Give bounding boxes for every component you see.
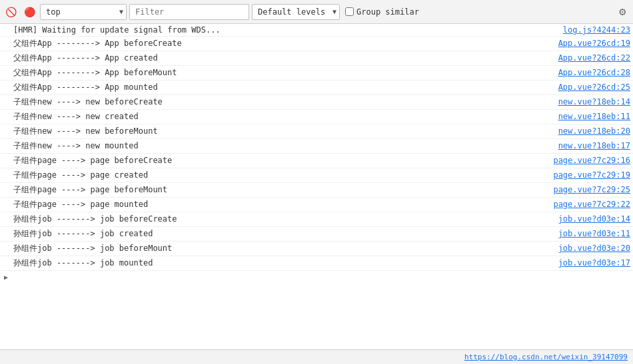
console-toolbar: 🚫 🔴 top ▼ Default levels ▼ Group similar… [0,0,633,24]
log-message: [HMR] Waiting for update signal from WDS… [13,25,558,35]
log-source[interactable]: page.vue?7c29:16 [553,156,630,165]
log-row: 子组件page ----> page beforeMountpage.vue?7… [0,183,633,198]
log-row: 父组件App --------> App beforeMountApp.vue?… [0,66,633,81]
levels-select[interactable]: Default levels [252,4,340,20]
clear-console-button[interactable]: 🚫 [3,4,19,20]
log-message: 父组件App --------> App beforeMount [13,67,553,79]
log-message: 孙组件job -------> job created [13,228,553,240]
log-row: 孙组件job -------> job beforeCreatejob.vue?… [0,212,633,227]
log-source[interactable]: new.vue?18eb:17 [558,141,630,150]
log-row: 孙组件job -------> job mountedjob.vue?d03e:… [0,256,633,271]
log-message: 孙组件job -------> job mounted [13,258,553,269]
filter-input[interactable] [129,4,249,20]
log-message: 子组件new ----> new created [13,111,553,122]
group-similar-label[interactable]: Group similar [345,7,419,17]
log-message: 子组件page ----> page beforeCreate [13,155,548,166]
console-output-area[interactable]: [HMR] Waiting for update signal from WDS… [0,24,633,349]
log-message: 子组件page ----> page beforeMount [13,184,548,196]
context-select[interactable]: top [40,4,127,20]
log-source[interactable]: page.vue?7c29:19 [553,170,630,180]
context-selector-wrapper: top ▼ [40,4,127,20]
log-source[interactable]: job.vue?d03e:20 [558,244,630,253]
log-source[interactable]: App.vue?26cd:25 [558,83,630,92]
log-message: 孙组件job -------> job beforeMount [13,243,553,254]
log-row: 父组件App --------> App createdApp.vue?26cd… [0,51,633,66]
log-row: 子组件page ----> page mountedpage.vue?7c29:… [0,198,633,212]
log-message: 子组件page ----> page created [13,170,548,181]
expand-icon: ▶ [4,273,8,281]
log-row: 子组件page ----> page createdpage.vue?7c29:… [0,168,633,183]
log-source[interactable]: job.vue?d03e:17 [558,258,630,268]
log-row: 父组件App --------> App beforeCreateApp.vue… [0,37,633,51]
log-source[interactable]: App.vue?26cd:22 [558,53,630,63]
log-source[interactable]: new.vue?18eb:14 [558,97,630,106]
log-source[interactable]: job.vue?d03e:14 [558,214,630,224]
settings-button[interactable]: ⚙ [614,4,630,20]
log-source[interactable]: new.vue?18eb:11 [558,112,630,121]
log-row: 子组件new ----> new beforeMountnew.vue?18eb… [0,124,633,139]
log-message: 子组件new ----> new mounted [13,140,553,152]
log-row: 孙组件job -------> job createdjob.vue?d03e:… [0,227,633,242]
log-source[interactable]: job.vue?d03e:11 [558,229,630,238]
log-row: 孙组件job -------> job beforeMountjob.vue?d… [0,242,633,256]
log-source[interactable]: log.js?4244:23 [563,25,630,35]
log-message: 孙组件job -------> job beforeCreate [13,214,553,225]
log-row: 子组件new ----> new mountednew.vue?18eb:17 [0,139,633,154]
group-similar-text: Group similar [356,7,419,17]
log-source[interactable]: page.vue?7c29:22 [553,200,630,209]
stop-recording-button[interactable]: 🔴 [21,4,37,20]
log-message: 子组件page ----> page mounted [13,199,548,210]
log-row: 子组件page ----> page beforeCreatepage.vue?… [0,154,633,168]
log-message: 子组件new ----> new beforeCreate [13,96,553,108]
log-row: 子组件new ----> new beforeCreatenew.vue?18e… [0,95,633,110]
log-source[interactable]: App.vue?26cd:19 [558,39,630,48]
log-message: 父组件App --------> App mounted [13,82,553,93]
log-row: 父组件App --------> App mountedApp.vue?26cd… [0,81,633,95]
log-source[interactable]: new.vue?18eb:20 [558,126,630,136]
expand-row[interactable]: ▶ [0,271,633,283]
log-source[interactable]: App.vue?26cd:28 [558,68,630,77]
log-message: 子组件new ----> new beforeMount [13,126,553,137]
group-similar-checkbox[interactable] [345,7,354,16]
log-source[interactable]: page.vue?7c29:25 [553,185,630,194]
log-row: [HMR] Waiting for update signal from WDS… [0,24,633,37]
status-bar: https://blog.csdn.net/weixin_39147099 [0,349,633,364]
log-row: 子组件new ----> new creatednew.vue?18eb:11 [0,110,633,124]
levels-selector-wrapper: Default levels ▼ [252,4,340,20]
status-link[interactable]: https://blog.csdn.net/weixin_39147099 [464,353,628,361]
log-message: 父组件App --------> App beforeCreate [13,38,553,49]
log-message: 父组件App --------> App created [13,53,553,64]
